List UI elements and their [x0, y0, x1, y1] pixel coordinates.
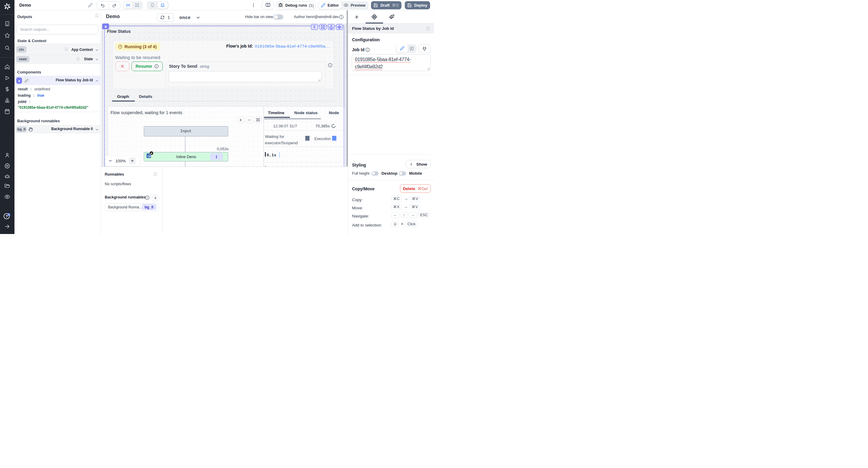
svg-text:?: ?: [5, 214, 8, 219]
